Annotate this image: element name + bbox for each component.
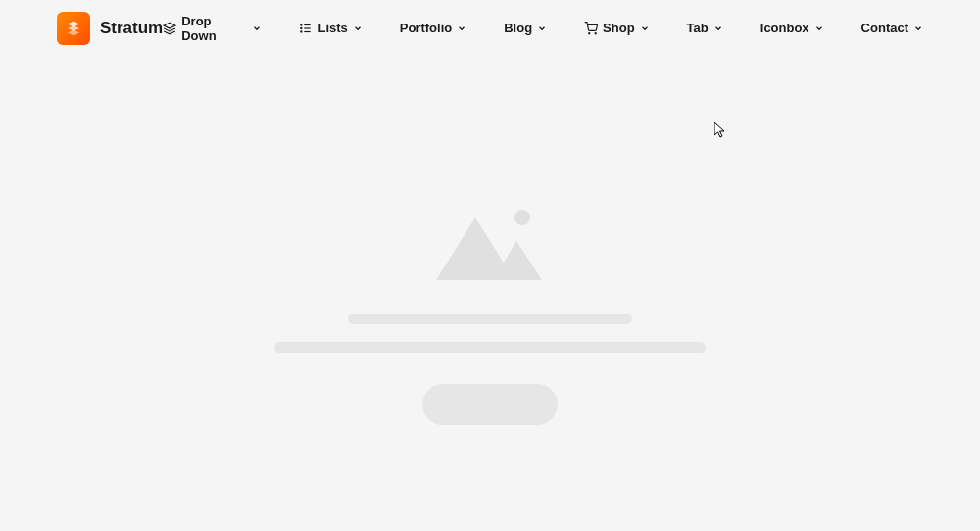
nav-label: Contact (861, 21, 908, 35)
svg-point-8 (595, 32, 596, 33)
svg-point-6 (301, 30, 302, 31)
svg-point-9 (514, 210, 530, 225)
nav-label: Iconbox (760, 21, 809, 35)
text-placeholder-line-2 (274, 342, 706, 353)
svg-point-5 (301, 27, 302, 28)
nav-label: Drop Down (181, 14, 247, 43)
chevron-down-icon (814, 24, 824, 33)
main-nav: Drop Down Lists Portfolio (163, 14, 923, 43)
stratum-logo-icon (57, 12, 90, 45)
nav-label: Blog (504, 21, 532, 35)
chevron-down-icon (353, 24, 363, 33)
chevron-down-icon (640, 24, 650, 33)
list-icon (299, 22, 313, 35)
chevron-down-icon (537, 24, 547, 33)
svg-point-4 (301, 24, 302, 24)
nav-label: Shop (603, 21, 635, 35)
layers-icon (163, 22, 176, 35)
svg-point-7 (589, 32, 590, 33)
nav-item-dropdown[interactable]: Drop Down (163, 14, 262, 43)
chevron-down-icon (457, 24, 466, 33)
nav-label: Portfolio (400, 21, 452, 35)
nav-item-lists[interactable]: Lists (299, 21, 362, 35)
nav-item-contact[interactable]: Contact (861, 21, 923, 35)
nav-item-blog[interactable]: Blog (504, 21, 547, 35)
brand-name: Stratum (100, 19, 163, 38)
header: Stratum Drop Down Lists (0, 0, 980, 56)
nav-item-shop[interactable]: Shop (584, 21, 650, 35)
chevron-down-icon (713, 24, 723, 33)
nav-label: Lists (318, 21, 347, 35)
nav-item-iconbox[interactable]: Iconbox (760, 21, 824, 35)
image-placeholder-icon (436, 208, 544, 280)
chevron-down-icon (252, 24, 262, 33)
nav-item-tab[interactable]: Tab (687, 21, 723, 35)
brand[interactable]: Stratum (57, 12, 163, 45)
chevron-down-icon (913, 24, 923, 33)
text-placeholder-line-1 (348, 314, 632, 324)
cart-icon (584, 22, 598, 35)
content-placeholder (0, 56, 980, 425)
nav-label: Tab (687, 21, 709, 35)
nav-item-portfolio[interactable]: Portfolio (400, 21, 466, 35)
svg-marker-0 (164, 23, 175, 28)
button-placeholder (422, 384, 558, 425)
